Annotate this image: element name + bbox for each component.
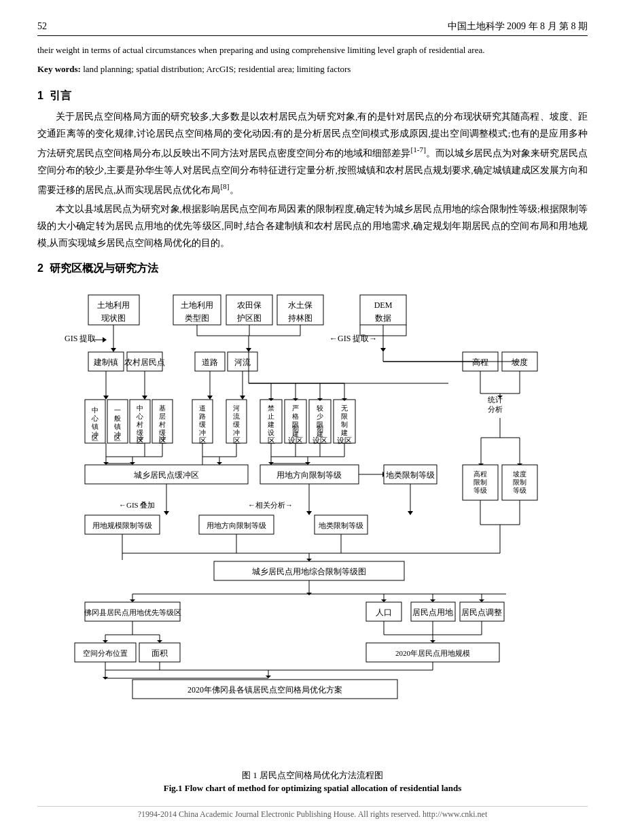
svg-text:用地规模限制等级: 用地规模限制等级 [92, 521, 152, 529]
svg-marker-25 [246, 348, 251, 352]
svg-text:用地方向限制等级: 用地方向限制等级 [276, 470, 342, 480]
section2-title: 2 研究区概况与研究方法 [37, 262, 588, 276]
svg-text:限制: 限制 [474, 478, 487, 486]
svg-text:缓: 缓 [199, 421, 206, 428]
svg-marker-220 [130, 599, 135, 602]
svg-text:现状图: 现状图 [101, 313, 126, 323]
svg-text:高程: 高程 [472, 357, 488, 367]
svg-marker-55 [207, 396, 213, 400]
svg-text:限: 限 [341, 413, 348, 420]
svg-marker-19 [103, 337, 107, 343]
figure-caption-cn: 图 1 居民点空间格局优化方法流程图 [242, 769, 383, 782]
svg-text:数据: 数据 [375, 313, 391, 323]
section1-para1: 关于居民点空间格局方面的研究较多,大多数是以农村居民点为研究对象,有的是针对居民… [37, 109, 588, 198]
svg-text:河: 河 [233, 404, 240, 412]
svg-text:区: 区 [137, 436, 144, 444]
keywords-label: Key words: [37, 64, 81, 74]
svg-text:层: 层 [159, 413, 166, 420]
svg-text:GIS 提取: GIS 提取 [65, 334, 96, 343]
svg-text:一: 一 [114, 406, 121, 414]
svg-text:镇: 镇 [91, 423, 99, 430]
svg-marker-51 [103, 396, 109, 400]
svg-marker-185 [306, 511, 312, 515]
svg-text:空间分布位置: 空间分布位置 [83, 649, 128, 657]
svg-text:持林图: 持林图 [288, 313, 312, 323]
svg-marker-236 [103, 640, 108, 643]
svg-text:水土保: 水土保 [288, 300, 312, 310]
section1-para2: 本文以县域居民点为研究对象,根据影响居民点空间布局因素的限制程度,确定转为城乡居… [37, 201, 588, 252]
svg-text:道: 道 [199, 404, 206, 412]
svg-text:心: 心 [136, 413, 143, 420]
abstract-text: their weight in terms of actual circumst… [37, 43, 588, 58]
svg-text:建: 建 [340, 429, 348, 436]
svg-text:分析: 分析 [488, 405, 503, 413]
svg-text:冲: 冲 [233, 429, 240, 436]
flowchart-svg: 土地利用 现状图 土地利用 类型图 农田保 护区图 水土保 持林图 DEM 数据… [44, 288, 581, 764]
svg-marker-53 [142, 396, 147, 400]
journal-title: 中国土地科学 2009 年 8 月 第 8 期 [448, 20, 588, 33]
section1-title: 1 引言 [37, 89, 588, 103]
svg-text:限制: 限制 [513, 478, 526, 486]
svg-marker-237 [157, 640, 162, 643]
svg-text:严: 严 [292, 404, 299, 412]
svg-text:较: 较 [317, 404, 323, 412]
svg-text:建制镇: 建制镇 [93, 357, 118, 367]
svg-text:坡度: 坡度 [511, 357, 528, 367]
svg-text:←GIS 提取→: ←GIS 提取→ [329, 334, 377, 343]
svg-text:般: 般 [114, 415, 121, 422]
svg-text:镇: 镇 [113, 423, 121, 430]
svg-text:护区图: 护区图 [236, 313, 262, 323]
page-header: 52 中国土地科学 2009 年 8 月 第 8 期 [37, 20, 588, 36]
svg-text:坡度: 坡度 [512, 470, 526, 478]
page-footer: ?1994-2014 China Academic Journal Electr… [37, 806, 588, 820]
svg-text:无: 无 [341, 404, 348, 412]
svg-text:2020年佛冈县各镇居民点空间格局优化方案: 2020年佛冈县各镇居民点空间格局优化方案 [188, 685, 342, 695]
svg-text:地类限制等级: 地类限制等级 [318, 521, 363, 529]
svg-text:等级: 等级 [513, 487, 526, 494]
svg-text:流: 流 [233, 413, 240, 420]
footer-text: ?1994-2014 China Academic Journal Electr… [138, 809, 487, 819]
svg-text:←相关分析→: ←相关分析→ [248, 501, 293, 509]
svg-text:用地方向限制等级: 用地方向限制等级 [207, 521, 266, 529]
page-number: 52 [37, 21, 47, 32]
svg-text:制: 制 [341, 421, 348, 428]
figure-caption-en: Fig.1 Flow chart of method for optimizin… [164, 783, 462, 794]
svg-text:城乡居民点用地综合限制等级图: 城乡居民点用地综合限制等级图 [251, 567, 366, 576]
svg-marker-221 [381, 599, 387, 602]
svg-text:农田保: 农田保 [237, 300, 262, 310]
keywords-line: Key words: land planning; spatial distri… [37, 62, 588, 77]
svg-text:中: 中 [92, 406, 99, 414]
flowchart-container: 土地利用 现状图 土地利用 类型图 农田保 护区图 水土保 持林图 DEM 数据… [37, 288, 588, 794]
svg-text:佛冈县居民点用地优先等级区: 佛冈县居民点用地优先等级区 [84, 608, 181, 616]
svg-text:基: 基 [159, 404, 166, 412]
svg-marker-223 [479, 599, 484, 602]
svg-marker-182 [164, 511, 169, 515]
svg-marker-255 [266, 676, 271, 678]
svg-text:禁: 禁 [268, 404, 274, 412]
svg-text:缓: 缓 [233, 421, 240, 428]
svg-text:设: 设 [268, 429, 274, 436]
svg-text:居民点调整: 居民点调整 [461, 608, 502, 617]
svg-text:土地利用: 土地利用 [181, 300, 213, 310]
keywords-text: land planning; spatial distribution; Arc… [81, 64, 351, 74]
svg-text:冲: 冲 [199, 429, 206, 436]
svg-text:2020年居民点用地规模: 2020年居民点用地规模 [395, 649, 470, 657]
svg-text:地类限制等级: 地类限制等级 [385, 470, 435, 480]
svg-text:←GIS 叠加: ←GIS 叠加 [119, 501, 155, 509]
svg-text:类型图: 类型图 [185, 313, 209, 323]
svg-marker-192 [408, 511, 413, 515]
svg-text:止: 止 [268, 413, 274, 420]
svg-text:建: 建 [267, 421, 274, 428]
svg-marker-31 [380, 348, 386, 352]
svg-text:心: 心 [91, 415, 99, 422]
svg-text:DEM: DEM [374, 300, 393, 310]
svg-text:高程: 高程 [474, 470, 487, 478]
svg-text:路: 路 [199, 413, 206, 420]
svg-text:村: 村 [136, 421, 143, 428]
svg-text:居民点用地: 居民点用地 [412, 608, 453, 617]
svg-text:格: 格 [291, 413, 299, 420]
svg-marker-222 [430, 599, 435, 602]
svg-text:少: 少 [317, 413, 323, 420]
svg-marker-247 [430, 640, 435, 643]
svg-text:人口: 人口 [376, 608, 392, 617]
